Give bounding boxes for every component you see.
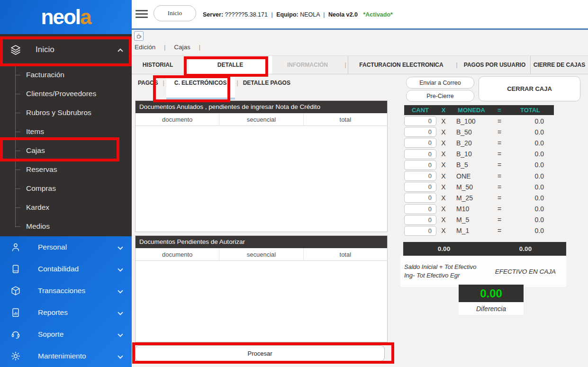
inicio-submenu: Facturación Clientes/Proveedores Rubros … — [0, 65, 132, 236]
hamburger-menu-icon[interactable] — [136, 10, 148, 20]
equipo-value: NEOLA — [300, 11, 320, 18]
denomination-label: M_5 — [451, 216, 492, 224]
equals-label: = — [492, 150, 507, 158]
qty-input-m10[interactable] — [404, 204, 436, 214]
pre-cierre-button[interactable]: Pre-Cierre — [406, 90, 474, 102]
sidebar-item-clientes-proveedores[interactable]: Clientes/Proveedores — [0, 84, 132, 103]
sidebar-item-medios[interactable]: Medios — [0, 217, 132, 236]
qty-input-b20[interactable] — [404, 138, 436, 148]
x-label: X — [436, 161, 451, 169]
denomination-label: M_50 — [451, 183, 492, 191]
chevron-down-icon — [118, 310, 123, 315]
equals-label: = — [492, 205, 507, 213]
sidebar-item-label: Reportes — [38, 308, 68, 317]
cerrar-caja-button[interactable]: CERRAR CAJA — [479, 76, 580, 101]
sidebar-item-contabilidad[interactable]: Contabilidad — [0, 258, 132, 280]
sidebar-item-personal[interactable]: Personal — [0, 236, 132, 258]
table-title: Documentos Pendientes de Autorizar — [136, 236, 387, 248]
subtab-c-electronicos[interactable]: C. ELECTRÓNICOS — [166, 76, 235, 99]
x-label: X — [436, 183, 451, 191]
x-label: X — [436, 216, 451, 224]
tab-facturacion-electronica[interactable]: FACTURACION ELECTRONICA — [348, 56, 454, 74]
documentos-pendientes-table: Documentos Pendientes de Autorizar docum… — [135, 235, 388, 342]
equals-label: = — [492, 161, 507, 169]
x-label: X — [436, 150, 451, 158]
qty-input-b50[interactable] — [404, 127, 436, 137]
version-label: Neola v2.0 — [328, 11, 358, 18]
row-total: 0.0 — [507, 150, 565, 158]
denomination-label: B_50 — [451, 128, 492, 136]
sidebar-item-reservas[interactable]: Reservas — [0, 160, 132, 179]
tab-cierre-de-cajas[interactable]: CIERRE DE CAJAS — [530, 56, 588, 74]
qty-input-m1[interactable] — [404, 226, 436, 236]
sidebar-item-mantenimiento[interactable]: Mantenimiento — [0, 345, 132, 367]
qty-input-m50[interactable] — [404, 182, 436, 192]
sidebar-item-compras[interactable]: Compras — [0, 179, 132, 198]
subtab-pagos[interactable]: PAGOS — [135, 76, 161, 90]
main-area: Inicio Server: ??????5.38.171 | Equipo: … — [132, 0, 588, 367]
inicio-button[interactable]: Inicio — [154, 5, 196, 21]
x-label: X — [436, 139, 451, 147]
sidebar-item-soporte[interactable]: Soporte — [0, 323, 132, 345]
diferencia-value: 0.00 — [459, 285, 524, 302]
cash-row-b5: X B_5 = 0.0 — [404, 160, 565, 170]
separator: | — [454, 56, 459, 74]
equals-label: = — [492, 139, 507, 147]
sidebar-item-transacciones[interactable]: Transacciones — [0, 280, 132, 302]
sidebar-item-label: Contabilidad — [38, 265, 79, 273]
column-header-documento: documento — [136, 113, 219, 125]
chevron-down-icon — [118, 288, 123, 293]
denomination-label: ONE — [451, 172, 492, 180]
row-total: 0.0 — [507, 194, 565, 202]
qty-input-b100[interactable] — [404, 116, 436, 126]
sidebar-item-rubros-subrubros[interactable]: Rubros y Subrubros — [0, 103, 132, 122]
logo-text-main: neol — [41, 5, 80, 28]
qty-input-b10[interactable] — [404, 149, 436, 159]
sidebar-item-label: Personal — [38, 243, 67, 251]
qty-input-m25[interactable] — [404, 193, 436, 203]
column-header-documento: documento — [136, 248, 219, 260]
cash-row-m50: X M_50 = 0.0 — [404, 181, 565, 192]
qty-input-b5[interactable] — [404, 160, 436, 170]
row-total: 0.0 — [507, 205, 565, 213]
qty-input-one[interactable] — [404, 171, 436, 181]
denomination-label: M10 — [451, 205, 492, 213]
subtab-detalle-pagos[interactable]: DETALLE PAGOS — [240, 76, 293, 90]
sidebar-item-cajas[interactable]: Cajas — [0, 141, 132, 160]
table-header-row: documento secuencial total — [136, 248, 387, 261]
x-label: X — [436, 194, 451, 202]
tab-informacion[interactable]: INFORMACIÓN — [272, 56, 343, 74]
cash-row-one: X ONE = 0.0 — [404, 170, 565, 181]
x-label: X — [436, 172, 451, 180]
sidebar-item-items[interactable]: Items — [0, 122, 132, 141]
enviar-a-correo-button[interactable]: Enviar a Correo — [406, 77, 474, 89]
tab-bar: HISTORIAL | DETALLE INFORMACIÓN | FACTUR… — [132, 55, 588, 74]
menu-item-edicion[interactable]: Edición — [135, 44, 155, 51]
column-header-total: total — [304, 248, 387, 260]
tab-pagos-por-usuario[interactable]: PAGOS POR USUARIO — [459, 56, 530, 74]
separator: | — [321, 11, 326, 18]
x-label: X — [436, 205, 451, 213]
tab-detalle[interactable]: DETALLE — [189, 56, 272, 74]
column-header-total: total — [304, 113, 387, 125]
table-header-row: documento secuencial total — [136, 113, 387, 126]
sidebar-item-kardex[interactable]: Kardex — [0, 198, 132, 217]
menu-bar: Edición | Cajas | — [135, 44, 207, 51]
header-x: X — [436, 107, 451, 114]
procesar-button[interactable]: Procesar — [135, 345, 385, 361]
package-icon — [9, 285, 22, 297]
sidebar-item-reportes[interactable]: Reportes — [0, 302, 132, 323]
sidebar-item-facturacion[interactable]: Facturación — [0, 65, 132, 84]
app-window: neola Inicio Facturación Clientes/Provee… — [0, 0, 588, 367]
server-label: Server: — [203, 11, 223, 18]
status-badge: *Activado* — [359, 11, 393, 18]
denomination-label: B_10 — [451, 150, 492, 158]
cash-totals-bar: 0.00 0.00 — [403, 242, 566, 256]
chevron-down-icon — [118, 244, 123, 250]
sidebar-item-inicio[interactable]: Inicio — [0, 34, 132, 65]
sidebar-item-label: Soporte — [38, 330, 63, 339]
qty-input-m5[interactable] — [404, 215, 436, 225]
tab-historial[interactable]: HISTORIAL — [132, 56, 184, 74]
cash-row-b50: X B_50 = 0.0 — [404, 126, 565, 137]
menu-item-cajas[interactable]: Cajas — [174, 44, 190, 51]
